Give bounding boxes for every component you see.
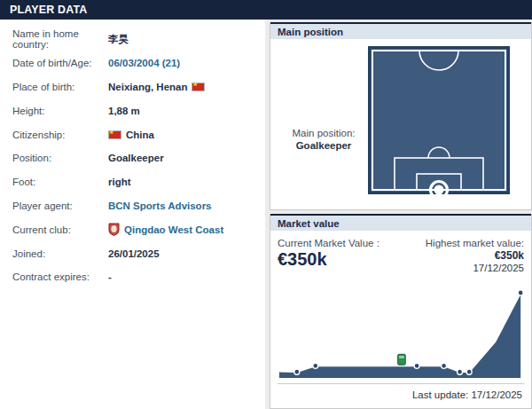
player-data-header: PLAYER DATA [0,0,532,20]
player-info-panel: Name in home country: 李昊 Date of birth/A… [0,20,265,409]
row-value: 26/01/2025 [108,248,160,259]
row-foot: Foot: right [12,170,265,194]
market-value-panel: Market value Current Market Value : €350… [270,214,532,409]
pitch-graphic [368,46,510,201]
row-label: Contract expires: [12,271,108,282]
last-update-text: Last update: 17/12/2025 [278,384,524,400]
row-value: Goalkeeper [108,153,164,163]
market-value-panel-title: Market value [270,214,531,231]
main-position-value: Goalkeeper [281,140,366,151]
highest-market-value-label: Highest market value: [426,238,524,248]
row-label: Player agent: [12,201,108,211]
current-market-value-label: Current Market Value : [278,238,379,248]
row-value: - [108,271,112,282]
club-crest-marker [398,354,406,365]
row-value: 李昊 [108,33,129,46]
player-agent-link[interactable]: BCN Sports Advisors [108,201,212,211]
row-name-home-country: Name in home country: 李昊 [12,28,265,51]
row-label: Place of birth: [12,82,108,92]
row-label: Position: [12,153,108,163]
row-height: Height: 1,88 m [12,98,265,122]
club-crest-icon [108,223,120,236]
china-flag-icon [192,83,205,91]
main-position-panel-title: Main position [270,22,531,39]
date-of-birth-link[interactable]: 06/03/2004 (21) [108,58,180,68]
half-pitch-icon [368,46,510,197]
row-value: 1,88 m [108,106,140,116]
row-label: Joined: [12,248,108,259]
page-title: PLAYER DATA [0,0,87,20]
row-date-of-birth: Date of birth/Age: 06/03/2004 (21) [12,51,265,75]
row-value: right [108,177,131,187]
row-label: Current club: [12,224,108,235]
current-club-link[interactable]: Qingdao West Coast [124,224,223,235]
market-value-chart-area [278,284,524,384]
row-label: Name in home country: [12,28,108,50]
highest-market-value-date: 17/12/2025 [426,263,524,273]
row-place-of-birth: Place of birth: Neixiang, Henan [12,75,265,99]
row-position: Position: Goalkeeper [12,146,265,170]
row-label: Height: [12,106,108,116]
main-position-panel: Main position Main position: Goalkeeper [270,22,532,210]
row-value: China [126,130,154,140]
row-current-club: Current club: Qingdao West Coast [12,217,265,241]
row-value: Neixiang, Henan [108,82,187,92]
row-label: Date of birth/Age: [12,58,108,68]
row-label: Foot: [12,177,108,187]
row-player-agent: Player agent: BCN Sports Advisors [12,194,265,218]
china-flag-icon [108,130,121,139]
row-joined: Joined: 26/01/2025 [12,241,265,265]
row-contract-expires: Contract expires: - [12,265,265,289]
main-position-label: Main position: [281,128,366,138]
highest-market-value: €350k [426,249,524,262]
row-citizenship: Citizenship: China [12,122,265,146]
row-label: Citizenship: [12,130,108,140]
current-market-value: €350k [278,249,379,270]
market-value-chart [278,284,524,383]
